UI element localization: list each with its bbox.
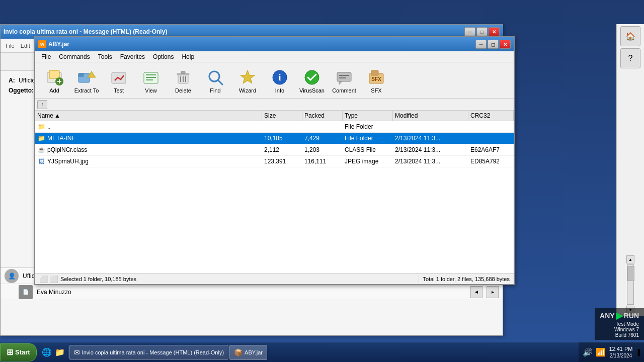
email-title: Invio copia ultima rata oni - Message (H… bbox=[4, 28, 167, 35]
cell-type: CLASS File bbox=[343, 144, 393, 155]
cell-modified: 2/13/2024 11:3... bbox=[393, 144, 468, 155]
right-panel-home-btn[interactable]: 🏠 bbox=[620, 26, 640, 46]
quicklaunch-media[interactable]: 📁 bbox=[54, 346, 66, 358]
menu-favorites[interactable]: Favorites bbox=[116, 52, 149, 61]
svg-rect-1 bbox=[49, 70, 59, 78]
winrar-minimize-btn[interactable]: ─ bbox=[475, 40, 487, 49]
cell-type: JPEG image bbox=[343, 156, 393, 167]
col-type[interactable]: Type bbox=[343, 111, 393, 121]
right-panel-help-btn[interactable]: ? bbox=[620, 48, 640, 68]
right-panel: 🏠 ? ▲ ▼ bbox=[616, 24, 644, 316]
tray-show-desktop[interactable]: ▐ bbox=[635, 349, 640, 356]
toolbar-delete[interactable]: Delete bbox=[168, 65, 198, 96]
email-close-btn[interactable]: ✕ bbox=[489, 27, 500, 36]
toolbar-test[interactable]: Test bbox=[104, 65, 134, 96]
test-label: Test bbox=[114, 87, 124, 94]
cell-type: File Folder bbox=[343, 133, 393, 144]
svg-rect-11 bbox=[146, 77, 156, 78]
cell-modified: 2/13/2024 11:3... bbox=[393, 156, 468, 167]
menu-tools[interactable]: Tools bbox=[94, 52, 116, 61]
scroll-up-arrow[interactable]: ▲ bbox=[626, 255, 634, 263]
winrar-titlebar[interactable]: W ABY.jar ─ ◻ ✕ bbox=[35, 37, 514, 51]
view-icon bbox=[141, 67, 161, 87]
anyrun-badge: ANY ▶ RUN Test Mode Windows 7 Build 7601 bbox=[595, 308, 644, 340]
email-subject-label: Oggetto: bbox=[9, 87, 34, 94]
email-minimize-btn[interactable]: ─ bbox=[464, 27, 475, 36]
svg-line-20 bbox=[218, 80, 222, 84]
start-button[interactable]: ⊞ Start bbox=[0, 343, 37, 361]
menu-commands[interactable]: Commands bbox=[55, 52, 94, 61]
scroll-thumb[interactable] bbox=[627, 266, 634, 281]
info-icon: i bbox=[270, 67, 290, 87]
cell-modified bbox=[393, 121, 468, 132]
nav-up-btn[interactable]: ↑ bbox=[37, 100, 47, 109]
tray-clock[interactable]: 12:41 PM 2/13/2024 bbox=[609, 345, 632, 359]
col-crc32[interactable]: CRC32 bbox=[468, 111, 514, 121]
extract-icon bbox=[76, 67, 97, 87]
menu-options[interactable]: Options bbox=[149, 52, 178, 61]
svg-rect-6 bbox=[78, 73, 84, 76]
winrar-window-controls[interactable]: ─ ◻ ✕ bbox=[475, 40, 511, 49]
svg-rect-4 bbox=[59, 79, 60, 83]
table-row[interactable]: 🖼 YJSpmaUH.jpg 123,391 116,111 JPEG imag… bbox=[35, 156, 514, 167]
cell-name: 📁 META-INF bbox=[35, 133, 262, 144]
table-row[interactable]: 📁 .. File Folder bbox=[35, 121, 514, 133]
add-label: Add bbox=[49, 87, 59, 94]
winrar-restore-btn[interactable]: ◻ bbox=[488, 40, 499, 49]
taskbar: ⊞ Start 🌐 📁 ✉ Invio copia ultima rata on… bbox=[0, 342, 644, 362]
wizard-icon bbox=[237, 67, 258, 87]
email-menu-file[interactable]: File bbox=[3, 42, 18, 50]
toolbar-extract[interactable]: Extract To bbox=[71, 65, 102, 96]
virusscan-icon bbox=[302, 67, 322, 87]
menu-help[interactable]: Help bbox=[178, 52, 198, 61]
taskbar-winrar-label: ABY.jar bbox=[245, 349, 263, 355]
toolbar-sfx[interactable]: SFX SFX bbox=[361, 65, 391, 96]
add-icon bbox=[44, 67, 64, 87]
toolbar-info[interactable]: i Info bbox=[265, 65, 295, 96]
winrar-close-btn[interactable]: ✕ bbox=[500, 40, 511, 49]
cell-name: 🖼 YJSpmaUH.jpg bbox=[35, 156, 262, 167]
toolbar-comment[interactable]: Comment bbox=[329, 65, 359, 96]
table-row[interactable]: 📁 META-INF 10,185 7,429 File Folder 2/13… bbox=[35, 133, 514, 144]
contact-btn-4[interactable]: ▸ bbox=[487, 286, 499, 298]
email-from-label: A: bbox=[9, 77, 15, 84]
winrar-toolbar: Add Extract To bbox=[35, 62, 514, 99]
email-maximize-btn[interactable]: □ bbox=[476, 27, 488, 36]
quicklaunch-browser[interactable]: 🌐 bbox=[41, 346, 53, 358]
col-packed[interactable]: Packed bbox=[302, 111, 343, 121]
toolbar-view[interactable]: View bbox=[136, 65, 166, 96]
svg-rect-15 bbox=[181, 71, 185, 73]
col-size[interactable]: Size bbox=[262, 111, 302, 121]
menu-file[interactable]: File bbox=[37, 52, 55, 61]
table-row[interactable]: ☕ pQipiNCr.class 2,112 1,203 CLASS File … bbox=[35, 144, 514, 156]
contact-btn-3[interactable]: ◄ bbox=[470, 286, 482, 298]
email-menu-edit[interactable]: Edit bbox=[18, 42, 33, 50]
find-icon bbox=[205, 67, 225, 87]
toolbar-find[interactable]: Find bbox=[200, 65, 230, 96]
toolbar-add[interactable]: Add bbox=[39, 65, 69, 96]
svg-marker-21 bbox=[240, 70, 255, 83]
svg-rect-27 bbox=[339, 75, 349, 76]
tray-network-icon[interactable]: 🔊 bbox=[583, 347, 593, 357]
svg-rect-10 bbox=[146, 74, 156, 75]
taskbar-email-item[interactable]: ✉ Invio copia ultima rata oni - Message … bbox=[69, 345, 228, 360]
status-bar: ⬜ ⬜ Selected 1 folder, 10,185 bytes Tota… bbox=[35, 273, 514, 284]
col-modified[interactable]: Modified bbox=[393, 111, 468, 121]
virusscan-label: VirusScan bbox=[299, 87, 325, 94]
right-scrollbar[interactable]: ▲ ▼ bbox=[626, 255, 634, 314]
taskbar-winrar-item[interactable]: 📦 ABY.jar bbox=[229, 345, 267, 360]
tray-volume-icon[interactable]: 📶 bbox=[596, 347, 606, 357]
tray-time-text: 12:41 PM bbox=[609, 345, 632, 352]
toolbar-wizard[interactable]: Wizard bbox=[232, 65, 263, 96]
svg-rect-12 bbox=[146, 79, 153, 80]
svg-rect-28 bbox=[339, 77, 346, 78]
cell-modified: 2/13/2024 11:3... bbox=[393, 133, 468, 144]
email-window-controls[interactable]: ─ □ ✕ bbox=[464, 27, 500, 36]
col-name[interactable]: Name ▲ bbox=[35, 111, 262, 121]
svg-marker-26 bbox=[339, 81, 342, 84]
status-left: ⬜ ⬜ Selected 1 folder, 10,185 bytes bbox=[35, 275, 419, 283]
winrar-window: W ABY.jar ─ ◻ ✕ File Commands Tools Favo… bbox=[34, 36, 515, 285]
toolbar-virusscan[interactable]: VirusScan bbox=[297, 65, 327, 96]
cell-packed: 7,429 bbox=[302, 133, 343, 144]
taskbar-items: 🌐 📁 ✉ Invio copia ultima rata oni - Mess… bbox=[37, 345, 579, 360]
